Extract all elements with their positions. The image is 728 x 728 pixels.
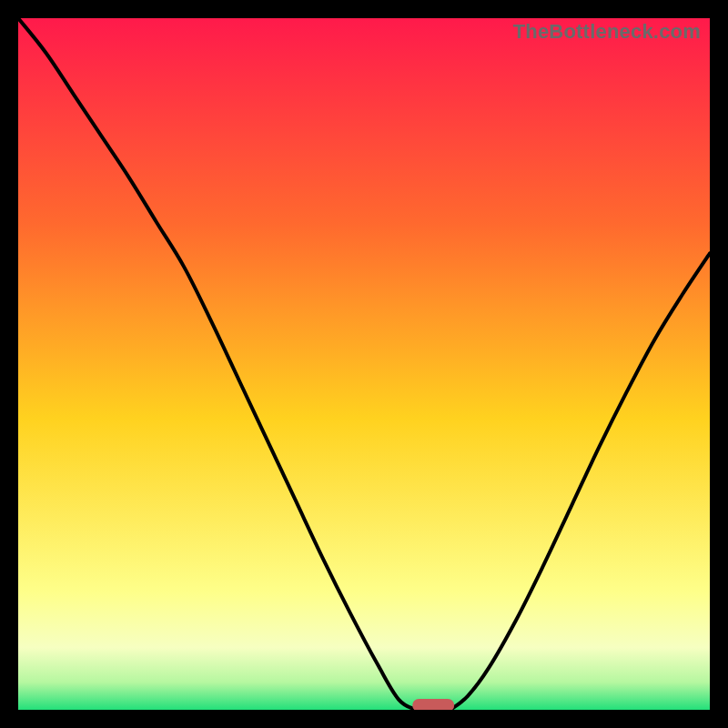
optimal-marker	[412, 699, 454, 710]
bottleneck-curve	[18, 18, 710, 710]
curve-right-branch	[450, 253, 710, 710]
curve-left-branch	[18, 18, 416, 710]
plot-area: TheBottleneck.com	[18, 18, 710, 710]
chart-frame: TheBottleneck.com	[0, 0, 728, 728]
